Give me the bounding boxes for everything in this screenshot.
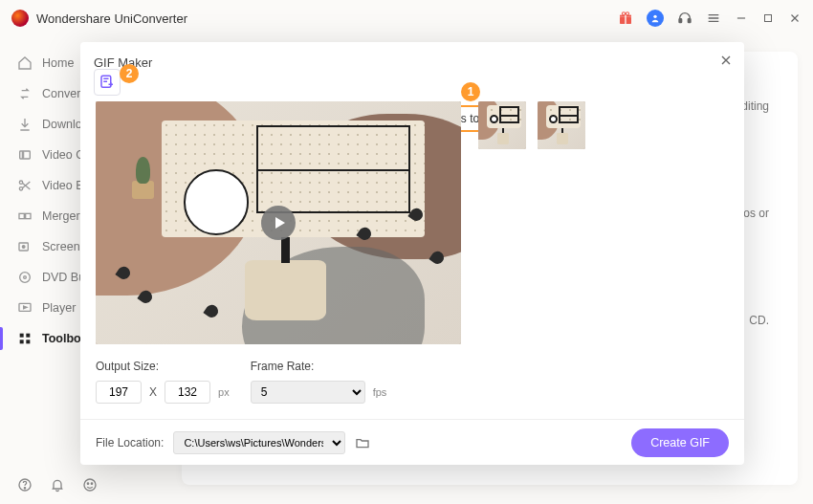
- bg-text: CD.: [749, 314, 769, 327]
- user-avatar-icon[interactable]: [647, 10, 664, 27]
- svg-rect-22: [26, 340, 30, 343]
- annotation-callout-1: 1: [461, 82, 480, 101]
- titlebar: Wondershare UniConverter: [0, 0, 813, 36]
- file-location-label: File Location:: [96, 436, 164, 449]
- svg-rect-7: [688, 19, 691, 23]
- annotation-callout-2: 2: [120, 64, 139, 83]
- svg-point-15: [22, 246, 25, 249]
- titlebar-actions: [618, 10, 802, 27]
- download-icon: [17, 117, 33, 132]
- scissors-icon: [17, 178, 33, 193]
- record-icon: [17, 239, 33, 254]
- svg-point-27: [91, 483, 92, 484]
- svg-rect-12: [19, 213, 24, 218]
- modal-footer: File Location: C:\Users\ws\Pictures\Wond…: [80, 419, 744, 465]
- svg-rect-20: [26, 334, 30, 338]
- thumbnail[interactable]: [478, 101, 526, 149]
- app-logo: [11, 10, 29, 27]
- maximize-icon[interactable]: [761, 11, 775, 25]
- emoji-icon[interactable]: [82, 477, 98, 493]
- modal-header: GIF Maker: [80, 42, 744, 82]
- fps-unit: fps: [373, 386, 387, 398]
- frame-rate-label: Frame Rate:: [251, 360, 387, 373]
- app-title: Wondershare UniConverter: [36, 11, 187, 26]
- play-icon: [17, 300, 33, 316]
- headset-icon[interactable]: [677, 11, 692, 26]
- svg-point-3: [622, 12, 625, 15]
- sidebar-item-label: Home: [42, 56, 74, 70]
- minimize-icon[interactable]: [735, 11, 748, 25]
- svg-point-17: [24, 276, 27, 279]
- folder-icon[interactable]: [355, 435, 370, 450]
- output-width-input[interactable]: [96, 381, 142, 404]
- svg-rect-2: [625, 15, 626, 24]
- compress-icon: [17, 147, 33, 163]
- frame-rate-group: Frame Rate: 5 fps: [251, 360, 387, 404]
- play-icon[interactable]: [261, 206, 296, 240]
- output-size-group: Output Size: X px: [96, 360, 230, 404]
- gif-maker-modal: GIF Maker 1 Video to GIF Photos to GIF 2: [80, 42, 744, 465]
- svg-point-25: [84, 479, 96, 491]
- svg-point-4: [626, 12, 628, 15]
- svg-rect-21: [20, 340, 24, 343]
- close-icon[interactable]: [788, 11, 802, 25]
- file-location-select[interactable]: C:\Users\ws\Pictures\Wondersh: [173, 431, 345, 454]
- bottombar: [0, 466, 115, 504]
- hamburger-icon[interactable]: [706, 11, 721, 26]
- px-unit: px: [218, 386, 230, 398]
- add-file-button[interactable]: [94, 69, 121, 96]
- bell-icon[interactable]: [50, 477, 65, 493]
- output-size-label: Output Size:: [96, 360, 230, 373]
- frame-rate-select[interactable]: 5: [251, 381, 365, 404]
- svg-point-16: [20, 273, 31, 283]
- svg-rect-13: [26, 213, 31, 218]
- sidebar-item-label: Player: [42, 301, 76, 315]
- svg-point-26: [87, 483, 88, 484]
- merge-icon: [17, 208, 33, 224]
- help-icon[interactable]: [17, 477, 33, 493]
- x-separator: X: [149, 385, 157, 399]
- gift-icon[interactable]: [618, 11, 633, 26]
- close-icon[interactable]: [717, 52, 735, 69]
- converter-icon: [17, 86, 33, 101]
- svg-point-24: [24, 488, 25, 489]
- output-height-input[interactable]: [165, 381, 210, 404]
- svg-rect-8: [765, 15, 772, 22]
- create-gif-button[interactable]: Create GIF: [631, 428, 729, 457]
- thumbnail[interactable]: [538, 101, 585, 149]
- grid-icon: [17, 331, 33, 346]
- svg-rect-9: [20, 151, 31, 159]
- preview-image[interactable]: [96, 101, 461, 344]
- svg-point-5: [653, 15, 656, 18]
- svg-rect-19: [20, 334, 24, 338]
- svg-rect-6: [679, 19, 682, 23]
- thumbnail-list: [478, 101, 585, 344]
- bg-text: os or: [743, 207, 769, 220]
- home-icon: [17, 55, 33, 71]
- sidebar-item-label: Merger: [42, 209, 80, 223]
- disc-icon: [17, 270, 33, 285]
